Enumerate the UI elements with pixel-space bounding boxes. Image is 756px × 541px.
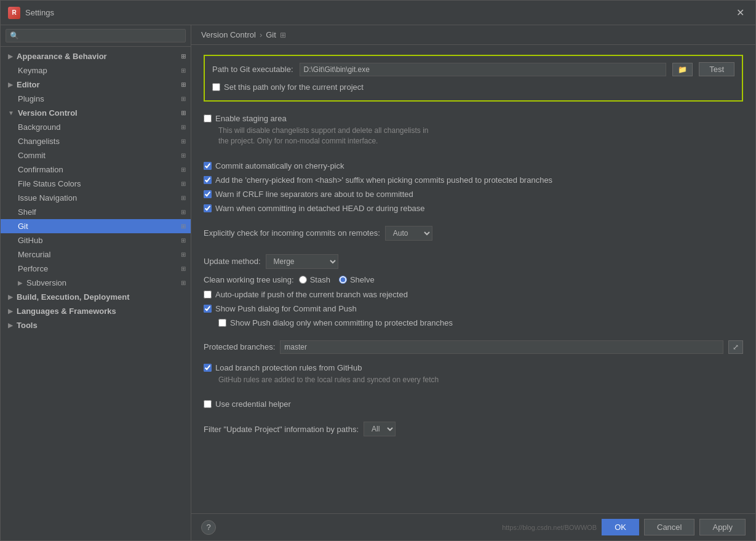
stash-radio[interactable] bbox=[299, 276, 307, 284]
sidebar-item-version-control[interactable]: ▼ Version Control ⊞ bbox=[1, 106, 191, 120]
sidebar-item-git[interactable]: Git ⊞ bbox=[1, 219, 191, 233]
dialog-title: Settings bbox=[25, 8, 54, 17]
sidebar-item-editor[interactable]: ▶ Editor ⊞ bbox=[1, 78, 191, 92]
shelve-radio[interactable] bbox=[339, 276, 347, 284]
sidebar-item-label: Shelf bbox=[18, 207, 36, 217]
sidebar-item-github[interactable]: GitHub ⊞ bbox=[1, 233, 191, 247]
staging-checkbox[interactable] bbox=[204, 114, 212, 122]
sidebar-item-label: Confirmation bbox=[18, 165, 63, 174]
incoming-commits-select[interactable]: Auto Always Never bbox=[385, 226, 432, 241]
sidebar-item-appearance[interactable]: ▶ Appearance & Behavior ⊞ bbox=[1, 49, 191, 63]
test-button[interactable]: Test bbox=[699, 62, 734, 76]
sidebar-item-tools[interactable]: ▶ Tools bbox=[1, 318, 191, 332]
sidebar-item-changelists[interactable]: Changelists ⊞ bbox=[1, 134, 191, 148]
divider6 bbox=[204, 411, 743, 419]
path-input[interactable] bbox=[300, 63, 667, 76]
stash-radio-item[interactable]: Stash bbox=[299, 275, 330, 284]
gear-icon: ⊞ bbox=[181, 166, 186, 173]
search-input[interactable] bbox=[6, 29, 186, 42]
update-method-select[interactable]: Merge Rebase Branch Default bbox=[266, 254, 338, 269]
credential-helper-label[interactable]: Use credential helper bbox=[215, 399, 291, 409]
clean-radio-group: Stash Shelve bbox=[299, 275, 375, 284]
filter-select[interactable]: All bbox=[364, 422, 396, 436]
load-rules-checkbox[interactable] bbox=[204, 364, 212, 372]
sidebar-item-label: Keymap bbox=[18, 66, 47, 75]
cancel-button[interactable]: Cancel bbox=[644, 519, 694, 535]
clean-working-tree-label: Clean working tree using: bbox=[204, 275, 294, 284]
shelve-radio-item[interactable]: Shelve bbox=[339, 275, 375, 284]
app-icon: R bbox=[8, 7, 20, 19]
stash-label[interactable]: Stash bbox=[310, 275, 330, 284]
show-push-protected-checkbox[interactable] bbox=[218, 319, 226, 327]
protected-branches-label: Protected branches: bbox=[204, 342, 275, 351]
update-method-label: Update method: bbox=[204, 257, 261, 266]
settings-dialog: R Settings ✕ ▶ Appearance & Behavior ⊞ K… bbox=[0, 0, 756, 541]
cherry-pick-suffix-checkbox[interactable] bbox=[204, 176, 212, 184]
sidebar-item-label: Git bbox=[18, 222, 28, 231]
sidebar-item-file-status-colors[interactable]: File Status Colors ⊞ bbox=[1, 177, 191, 191]
sidebar-item-commit[interactable]: Commit ⊞ bbox=[1, 148, 191, 162]
sidebar-item-issue-navigation[interactable]: Issue Navigation ⊞ bbox=[1, 191, 191, 205]
gear-icon: ⊞ bbox=[181, 237, 186, 244]
gear-icon: ⊞ bbox=[181, 95, 186, 102]
incoming-commits-label: Explicitly check for incoming commits on… bbox=[204, 228, 380, 238]
protected-branches-input[interactable] bbox=[280, 340, 723, 354]
load-rules-label[interactable]: Load branch protection rules from GitHub bbox=[215, 363, 362, 372]
staging-label[interactable]: Enable staging area bbox=[215, 114, 287, 123]
sidebar-item-plugins[interactable]: Plugins ⊞ bbox=[1, 92, 191, 106]
browse-button[interactable]: 📁 bbox=[672, 63, 693, 76]
sidebar-item-languages[interactable]: ▶ Languages & Frameworks bbox=[1, 304, 191, 318]
gear-icon: ⊞ bbox=[181, 152, 186, 159]
show-push-protected-label[interactable]: Show Push dialog only when committing to… bbox=[230, 318, 453, 327]
cherry-pick-suffix-label[interactable]: Add the 'cherry-picked from <hash>' suff… bbox=[215, 175, 552, 185]
sidebar-item-confirmation[interactable]: Confirmation ⊞ bbox=[1, 162, 191, 177]
show-push-dialog-checkbox[interactable] bbox=[204, 305, 212, 313]
arrow-icon: ▶ bbox=[18, 279, 23, 286]
detached-head-checkbox[interactable] bbox=[204, 204, 212, 212]
crlf-label[interactable]: Warn if CRLF line separators are about t… bbox=[215, 190, 413, 199]
sidebar-item-subversion[interactable]: ▶ Subversion ⊞ bbox=[1, 276, 191, 290]
current-project-row: Set this path only for the current proje… bbox=[212, 80, 734, 94]
breadcrumb-part2: Git bbox=[266, 30, 276, 39]
help-button[interactable]: ? bbox=[201, 520, 216, 535]
sidebar-item-background[interactable]: Background ⊞ bbox=[1, 120, 191, 134]
show-push-dialog-label[interactable]: Show Push dialog for Commit and Push bbox=[215, 304, 357, 313]
arrow-icon: ▶ bbox=[8, 308, 13, 315]
sidebar-item-build[interactable]: ▶ Build, Execution, Deployment bbox=[1, 290, 191, 304]
credential-helper-row: Use credential helper bbox=[204, 397, 743, 411]
detached-head-label[interactable]: Warn when committing in detached HEAD or… bbox=[215, 204, 425, 213]
cherry-pick-checkbox[interactable] bbox=[204, 162, 212, 170]
gear-icon: ⊞ bbox=[181, 251, 186, 258]
sidebar-item-label: Version Control bbox=[18, 108, 78, 118]
arrow-icon: ▶ bbox=[8, 322, 13, 329]
close-button[interactable]: ✕ bbox=[733, 6, 748, 20]
staging-info: This will disable changelists support an… bbox=[218, 126, 743, 146]
sidebar-item-label: Background bbox=[18, 122, 60, 132]
gear-icon: ⊞ bbox=[181, 124, 186, 130]
sidebar: ▶ Appearance & Behavior ⊞ Keymap ⊞ ▶ Edi… bbox=[1, 25, 191, 540]
current-project-label[interactable]: Set this path only for the current proje… bbox=[224, 82, 364, 92]
shelve-label[interactable]: Shelve bbox=[350, 275, 375, 284]
divider4 bbox=[204, 330, 743, 337]
divider3 bbox=[204, 244, 743, 251]
breadcrumb: Version Control › Git ⊞ bbox=[191, 25, 755, 45]
ok-button[interactable]: OK bbox=[602, 519, 639, 535]
filter-label: Filter "Update Project" information by p… bbox=[204, 425, 359, 434]
cherry-pick-label[interactable]: Commit automatically on cherry-pick bbox=[215, 161, 344, 170]
credential-helper-checkbox[interactable] bbox=[204, 400, 212, 408]
auto-update-label[interactable]: Auto-update if push of the current branc… bbox=[215, 290, 408, 299]
sidebar-item-perforce[interactable]: Perforce ⊞ bbox=[1, 262, 191, 276]
crlf-checkbox[interactable] bbox=[204, 190, 212, 198]
sidebar-item-keymap[interactable]: Keymap ⊞ bbox=[1, 63, 191, 78]
sidebar-item-mercurial[interactable]: Mercurial ⊞ bbox=[1, 247, 191, 262]
gear-icon: ⊞ bbox=[181, 265, 186, 272]
show-push-dialog-row: Show Push dialog for Commit and Push bbox=[204, 302, 743, 316]
auto-update-checkbox[interactable] bbox=[204, 291, 212, 299]
watermark: https://blog.csdn.net/BOWWOB bbox=[502, 524, 597, 531]
expand-button[interactable]: ⤢ bbox=[728, 340, 743, 354]
sidebar-item-label: Changelists bbox=[18, 137, 60, 146]
current-project-checkbox[interactable] bbox=[212, 83, 220, 91]
sidebar-item-shelf[interactable]: Shelf ⊞ bbox=[1, 205, 191, 219]
apply-button[interactable]: Apply bbox=[699, 519, 746, 535]
sidebar-item-label: Perforce bbox=[18, 264, 48, 273]
